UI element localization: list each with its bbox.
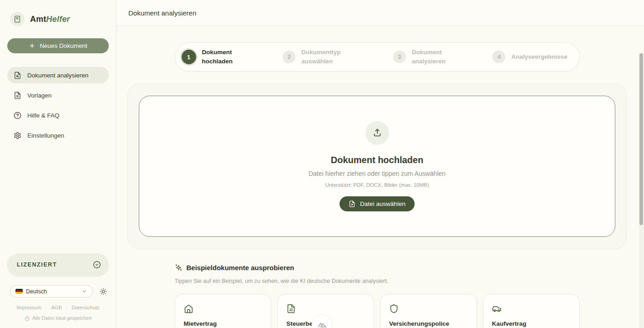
separator: · <box>66 305 68 310</box>
help-circle-icon <box>14 112 21 119</box>
step-label: Dokument hochladen <box>202 48 238 66</box>
step-3-dokument-analysieren: 3 Dokument analysieren <box>393 48 448 66</box>
language-select[interactable]: Deutsch <box>10 285 93 297</box>
chevron-down-icon <box>81 288 87 294</box>
upload-icon <box>365 121 389 145</box>
step-label: Dokumenttyp auswählen <box>301 48 349 66</box>
sidebar-item-vorlagen[interactable]: Vorlagen <box>7 87 109 103</box>
language-row: Deutsch <box>10 285 107 297</box>
choose-file-label: Datei auswählen <box>360 200 406 207</box>
upload-dropzone[interactable]: Dokument hochladen Datei hierher ziehen … <box>139 96 615 237</box>
example-card-title: Mietvertrag <box>184 320 263 327</box>
top-bar: Dokument analysieren <box>117 0 644 26</box>
datenschutz-link[interactable]: Datenschutz <box>71 305 99 310</box>
sidebar-nav: Dokument analysieren Vorlagen Hilfe & FA… <box>7 67 109 144</box>
content-area: 1 Dokument hochladen 2 Dokumenttyp auswä… <box>117 26 644 328</box>
examples-subtitle: Tippen Sie auf ein Beispiel, um zu sehen… <box>175 278 580 284</box>
sidebar-item-label: Hilfe & FAQ <box>27 112 60 119</box>
examples-section: Beispieldokumente ausprobieren Tippen Si… <box>175 264 580 328</box>
step-number: 4 <box>492 51 505 63</box>
step-label: Analyseergebnisse <box>511 52 567 62</box>
progress-stepper: 1 Dokument hochladen 2 Dokumenttyp auswä… <box>175 42 580 72</box>
sparkles-icon <box>175 264 183 272</box>
german-flag-icon <box>15 289 23 294</box>
impressum-link[interactable]: Impressum <box>16 305 41 310</box>
shield-icon <box>389 304 468 313</box>
sidebar-item-einstellungen[interactable]: Einstellungen <box>7 127 109 144</box>
step-number: 1 <box>182 50 196 64</box>
brand-suffix: Helfer <box>46 15 70 24</box>
sidebar-item-label: Einstellungen <box>27 132 64 139</box>
example-card-kaufvertrag[interactable]: Kaufvertrag Beispiel-Kaufvertrag für ein… <box>483 294 580 328</box>
file-plus-icon <box>349 200 355 207</box>
examples-title: Beispieldokumente ausprobieren <box>187 264 294 272</box>
new-document-label: Neues Dokument <box>40 42 87 49</box>
example-card-title: Kaufvertrag <box>492 320 571 327</box>
step-4-analyseergebnisse: 4 Analyseergebnisse <box>492 51 567 63</box>
license-badge: LIZENZIERT <box>7 253 109 276</box>
example-card-title: Versicherungspolice <box>389 320 468 327</box>
file-text-icon <box>286 304 365 313</box>
file-text-icon <box>14 92 21 99</box>
file-search-icon <box>14 72 21 79</box>
license-badge-label: LIZENZIERT <box>17 261 57 268</box>
separator: · <box>46 305 47 310</box>
example-cards: Mietvertrag Beispiel-Mietvertrag für ein… <box>175 294 580 328</box>
sun-icon[interactable] <box>100 288 107 295</box>
home-icon <box>184 304 263 313</box>
brand-name: AmtHelfer <box>30 15 70 24</box>
car-icon <box>492 304 571 313</box>
local-storage-note: Alle Daten lokal gespeichert <box>7 315 109 321</box>
page-title: Dokument analysieren <box>128 9 196 17</box>
lock-icon <box>25 316 30 321</box>
sidebar: AmtHelfer Neues Dokument Dokument analys… <box>0 0 117 328</box>
main-area: Dokument analysieren 1 Dokument hochlade… <box>117 0 644 328</box>
new-document-button[interactable]: Neues Dokument <box>7 38 109 53</box>
step-number: 2 <box>283 51 295 63</box>
choose-file-button[interactable]: Datei auswählen <box>340 196 415 211</box>
plus-icon <box>29 42 35 49</box>
sidebar-item-label: Vorlagen <box>27 92 51 99</box>
step-1-dokument-hochladen: 1 Dokument hochladen <box>182 48 238 66</box>
agb-link[interactable]: AGB <box>51 305 62 310</box>
upload-hint: Unterstützt: PDF, DOCX, Bilder (max. 10M… <box>325 182 429 188</box>
app-logo: AmtHelfer <box>10 12 107 26</box>
sidebar-item-dokument-analysieren[interactable]: Dokument analysieren <box>7 67 109 83</box>
step-label: Dokument analysieren <box>412 48 448 66</box>
example-card-mietvertrag[interactable]: Mietvertrag Beispiel-Mietvertrag für ein… <box>175 294 272 328</box>
book-icon <box>10 12 25 26</box>
sidebar-item-label: Dokument analysieren <box>27 72 88 79</box>
language-selected-value: Deutsch <box>26 288 47 295</box>
brand-prefix: Amt <box>30 15 46 24</box>
gear-icon <box>14 132 21 139</box>
scrollbar-thumb[interactable] <box>639 53 643 225</box>
step-number: 3 <box>393 51 406 63</box>
upload-card: Dokument hochladen Datei hierher ziehen … <box>127 83 627 249</box>
upload-title: Dokument hochladen <box>331 155 423 165</box>
sidebar-item-hilfe-faq[interactable]: Hilfe & FAQ <box>7 107 109 123</box>
upload-subtitle: Datei hierher ziehen oder tippen zum Aus… <box>309 170 446 177</box>
example-card-versicherungspolice[interactable]: Versicherungspolice Beispiel-Privathaftp… <box>380 294 477 328</box>
badge-check-icon <box>93 261 101 269</box>
footer-links: Impressum · AGB · Datenschutz <box>7 305 109 310</box>
step-2-dokumenttyp-auswaehlen: 2 Dokumenttyp auswählen <box>283 48 349 66</box>
local-storage-note-text: Alle Daten lokal gespeichert <box>32 315 91 321</box>
